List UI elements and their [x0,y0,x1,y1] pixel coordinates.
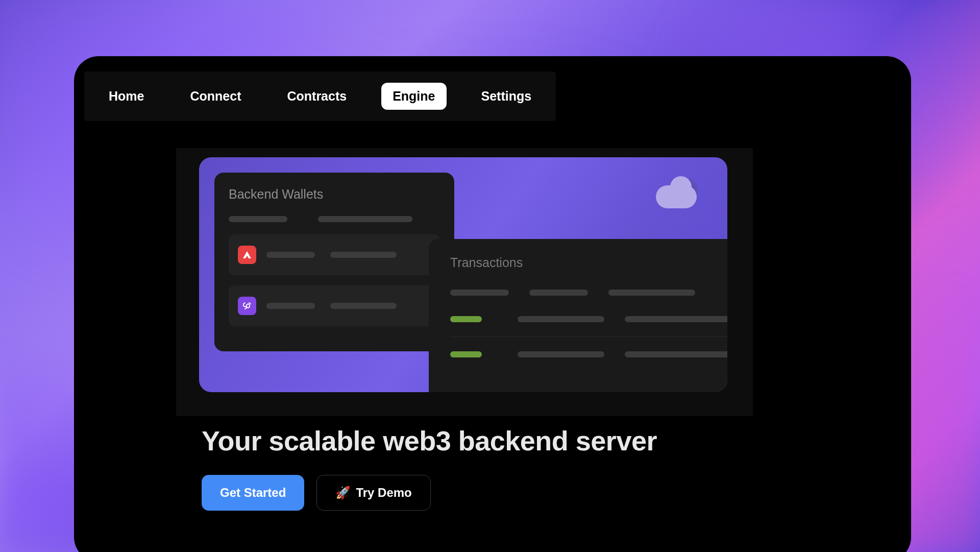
tx-row [450,316,727,337]
skeleton-bar [518,316,604,322]
cloud-icon [656,178,702,208]
nav-tab-engine[interactable]: Engine [381,83,446,110]
polygon-icon [238,297,256,315]
cta-row: Get Started 🚀 Try Demo [202,475,431,511]
wallet-item [229,285,440,326]
hero-illustration: Backend Wallets [199,157,727,392]
skeleton-bar [330,252,397,258]
skeleton-bar [266,303,315,309]
skeleton-bar [529,290,588,296]
try-demo-button[interactable]: 🚀 Try Demo [316,475,430,511]
nav-bar: Home Connect Contracts Engine Settings [84,71,556,121]
skeleton-bar [625,316,727,322]
wallets-header-row [229,216,440,222]
tx-status-success [450,316,482,322]
skeleton-bar [450,290,509,296]
transactions-card-title: Transactions [450,255,727,270]
tx-row [450,351,727,372]
skeleton-bar [266,252,315,258]
nav-tab-connect[interactable]: Connect [179,83,252,110]
skeleton-bar [318,216,412,222]
try-demo-label: Try Demo [356,486,411,500]
content-panel: Backend Wallets [176,148,753,416]
skeleton-bar [518,351,604,357]
nav-tab-contracts[interactable]: Contracts [276,83,358,110]
skeleton-bar [608,290,695,296]
get-started-button[interactable]: Get Started [202,475,304,511]
tx-header-row [450,290,727,296]
page-headline: Your scalable web3 backend server [202,425,657,457]
wallet-item [229,234,440,275]
avalanche-icon [238,246,256,264]
wallets-card-title: Backend Wallets [229,187,440,202]
tx-status-success [450,351,482,357]
transactions-card: Transactions [429,239,727,392]
backend-wallets-card: Backend Wallets [214,173,454,351]
skeleton-bar [330,303,397,309]
rocket-icon: 🚀 [335,486,351,500]
skeleton-bar [229,216,287,222]
skeleton-bar [625,351,727,357]
nav-tab-home[interactable]: Home [97,83,155,110]
nav-tab-settings[interactable]: Settings [470,83,543,110]
